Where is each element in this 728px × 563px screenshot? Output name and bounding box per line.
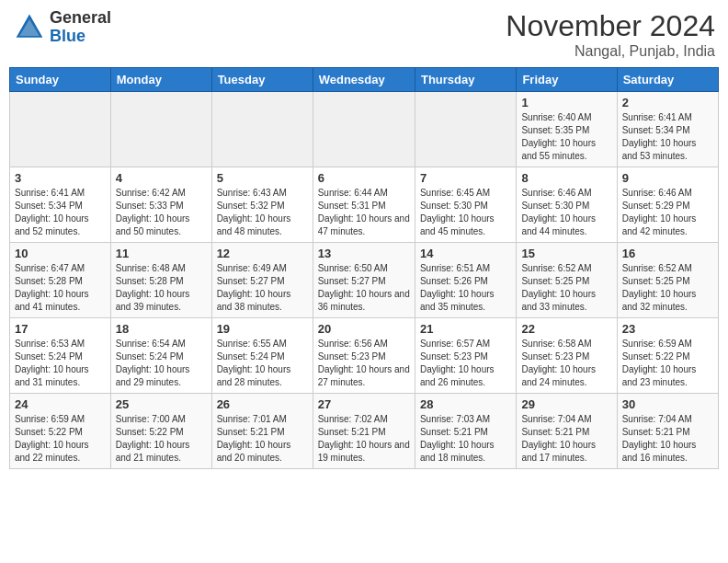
calendar-cell: 3Sunrise: 6:41 AMSunset: 5:34 PMDaylight…	[10, 167, 111, 243]
calendar-cell	[110, 92, 211, 167]
day-info: Sunrise: 6:59 AMSunset: 5:22 PMDaylight:…	[622, 338, 713, 389]
calendar-cell: 19Sunrise: 6:55 AMSunset: 5:24 PMDayligh…	[211, 318, 313, 394]
calendar-cell: 7Sunrise: 6:45 AMSunset: 5:30 PMDaylight…	[415, 167, 516, 243]
calendar-week-4: 17Sunrise: 6:53 AMSunset: 5:24 PMDayligh…	[10, 318, 719, 394]
day-number: 13	[318, 247, 410, 260]
day-info: Sunrise: 6:58 AMSunset: 5:23 PMDaylight:…	[521, 338, 611, 389]
day-info: Sunrise: 6:41 AMSunset: 5:34 PMDaylight:…	[622, 111, 713, 163]
day-number: 16	[622, 247, 713, 260]
day-info: Sunrise: 7:00 AMSunset: 5:22 PMDaylight:…	[116, 413, 207, 465]
day-number: 5	[217, 171, 308, 185]
calendar-cell: 17Sunrise: 6:53 AMSunset: 5:24 PMDayligh…	[10, 318, 111, 394]
calendar-cell	[10, 92, 111, 167]
calendar-cell: 15Sunrise: 6:52 AMSunset: 5:25 PMDayligh…	[517, 243, 617, 318]
weekday-header-thursday: Thursday	[415, 68, 516, 92]
calendar-cell: 4Sunrise: 6:42 AMSunset: 5:33 PMDaylight…	[110, 167, 211, 243]
weekday-header-tuesday: Tuesday	[211, 68, 313, 92]
calendar-table: SundayMondayTuesdayWednesdayThursdayFrid…	[9, 67, 719, 469]
day-number: 21	[420, 322, 511, 336]
day-info: Sunrise: 6:47 AMSunset: 5:28 PMDaylight:…	[15, 262, 106, 314]
day-number: 2	[622, 96, 713, 109]
day-number: 9	[622, 171, 713, 185]
calendar-cell: 5Sunrise: 6:43 AMSunset: 5:32 PMDaylight…	[211, 167, 313, 243]
day-number: 19	[217, 322, 308, 336]
weekday-header-wednesday: Wednesday	[313, 68, 415, 92]
logo-icon	[13, 11, 46, 44]
calendar-cell: 25Sunrise: 7:00 AMSunset: 5:22 PMDayligh…	[110, 394, 211, 469]
day-info: Sunrise: 6:45 AMSunset: 5:30 PMDaylight:…	[420, 187, 511, 238]
day-number: 22	[521, 322, 611, 336]
day-info: Sunrise: 7:01 AMSunset: 5:21 PMDaylight:…	[217, 413, 308, 465]
day-number: 4	[116, 171, 207, 185]
calendar-week-1: 1Sunrise: 6:40 AMSunset: 5:35 PMDaylight…	[10, 92, 719, 167]
day-info: Sunrise: 6:44 AMSunset: 5:31 PMDaylight:…	[318, 187, 410, 238]
day-info: Sunrise: 7:03 AMSunset: 5:21 PMDaylight:…	[420, 413, 511, 465]
day-number: 14	[420, 247, 511, 260]
day-info: Sunrise: 7:04 AMSunset: 5:21 PMDaylight:…	[622, 413, 713, 465]
day-number: 15	[521, 247, 611, 260]
day-info: Sunrise: 7:02 AMSunset: 5:21 PMDaylight:…	[318, 413, 410, 465]
calendar-cell	[211, 92, 313, 167]
calendar-cell: 8Sunrise: 6:46 AMSunset: 5:30 PMDaylight…	[517, 167, 617, 243]
day-info: Sunrise: 6:59 AMSunset: 5:22 PMDaylight:…	[15, 413, 106, 465]
weekday-header-sunday: Sunday	[10, 68, 111, 92]
day-number: 8	[521, 171, 611, 185]
day-info: Sunrise: 6:56 AMSunset: 5:23 PMDaylight:…	[318, 338, 410, 389]
day-number: 27	[318, 397, 410, 411]
page-header: General Blue November 2024 Nangal, Punja…	[9, 9, 719, 60]
logo-general-text: General	[50, 8, 111, 27]
calendar-cell: 2Sunrise: 6:41 AMSunset: 5:34 PMDaylight…	[617, 92, 718, 167]
day-info: Sunrise: 6:52 AMSunset: 5:25 PMDaylight:…	[521, 262, 611, 314]
calendar-cell: 16Sunrise: 6:52 AMSunset: 5:25 PMDayligh…	[617, 243, 718, 318]
calendar-cell: 6Sunrise: 6:44 AMSunset: 5:31 PMDaylight…	[313, 167, 415, 243]
day-number: 23	[622, 322, 713, 336]
title-block: November 2024 Nangal, Punjab, India	[506, 9, 715, 60]
calendar-cell: 24Sunrise: 6:59 AMSunset: 5:22 PMDayligh…	[10, 394, 111, 469]
day-info: Sunrise: 6:42 AMSunset: 5:33 PMDaylight:…	[116, 187, 207, 238]
calendar-cell	[313, 92, 415, 167]
calendar-cell: 28Sunrise: 7:03 AMSunset: 5:21 PMDayligh…	[415, 394, 516, 469]
day-info: Sunrise: 6:43 AMSunset: 5:32 PMDaylight:…	[217, 187, 308, 238]
calendar-cell: 23Sunrise: 6:59 AMSunset: 5:22 PMDayligh…	[617, 318, 718, 394]
calendar-cell: 10Sunrise: 6:47 AMSunset: 5:28 PMDayligh…	[10, 243, 111, 318]
day-number: 3	[15, 171, 106, 185]
calendar-cell: 9Sunrise: 6:46 AMSunset: 5:29 PMDaylight…	[617, 167, 718, 243]
calendar-cell: 22Sunrise: 6:58 AMSunset: 5:23 PMDayligh…	[517, 318, 617, 394]
day-number: 24	[15, 397, 106, 411]
day-info: Sunrise: 6:55 AMSunset: 5:24 PMDaylight:…	[217, 338, 308, 389]
calendar-cell: 18Sunrise: 6:54 AMSunset: 5:24 PMDayligh…	[110, 318, 211, 394]
day-number: 1	[521, 96, 611, 109]
day-info: Sunrise: 6:46 AMSunset: 5:29 PMDaylight:…	[622, 187, 713, 238]
day-info: Sunrise: 6:53 AMSunset: 5:24 PMDaylight:…	[15, 338, 106, 389]
day-number: 30	[622, 397, 713, 411]
weekday-header-monday: Monday	[110, 68, 211, 92]
calendar-cell: 30Sunrise: 7:04 AMSunset: 5:21 PMDayligh…	[617, 394, 718, 469]
calendar-cell: 21Sunrise: 6:57 AMSunset: 5:23 PMDayligh…	[415, 318, 516, 394]
calendar-week-3: 10Sunrise: 6:47 AMSunset: 5:28 PMDayligh…	[10, 243, 719, 318]
day-number: 11	[116, 247, 207, 260]
day-info: Sunrise: 6:48 AMSunset: 5:28 PMDaylight:…	[116, 262, 207, 314]
calendar-cell	[415, 92, 516, 167]
day-number: 26	[217, 397, 308, 411]
day-info: Sunrise: 6:52 AMSunset: 5:25 PMDaylight:…	[622, 262, 713, 314]
calendar-cell: 1Sunrise: 6:40 AMSunset: 5:35 PMDaylight…	[517, 92, 617, 167]
month-year-title: November 2024	[506, 9, 715, 43]
calendar-cell: 20Sunrise: 6:56 AMSunset: 5:23 PMDayligh…	[313, 318, 415, 394]
calendar-week-2: 3Sunrise: 6:41 AMSunset: 5:34 PMDaylight…	[10, 167, 719, 243]
logo-text: General Blue	[50, 9, 111, 46]
day-info: Sunrise: 6:51 AMSunset: 5:26 PMDaylight:…	[420, 262, 511, 314]
day-info: Sunrise: 7:04 AMSunset: 5:21 PMDaylight:…	[521, 413, 611, 465]
weekday-header-saturday: Saturday	[617, 68, 718, 92]
day-info: Sunrise: 6:49 AMSunset: 5:27 PMDaylight:…	[217, 262, 308, 314]
day-number: 7	[420, 171, 511, 185]
logo: General Blue	[13, 9, 111, 46]
day-number: 20	[318, 322, 410, 336]
weekday-header-friday: Friday	[517, 68, 617, 92]
location-label: Nangal, Punjab, India	[506, 43, 715, 60]
day-number: 6	[318, 171, 410, 185]
day-number: 29	[521, 397, 611, 411]
day-info: Sunrise: 6:57 AMSunset: 5:23 PMDaylight:…	[420, 338, 511, 389]
calendar-cell: 29Sunrise: 7:04 AMSunset: 5:21 PMDayligh…	[517, 394, 617, 469]
logo-blue-text: Blue	[50, 27, 85, 45]
day-number: 10	[15, 247, 106, 260]
